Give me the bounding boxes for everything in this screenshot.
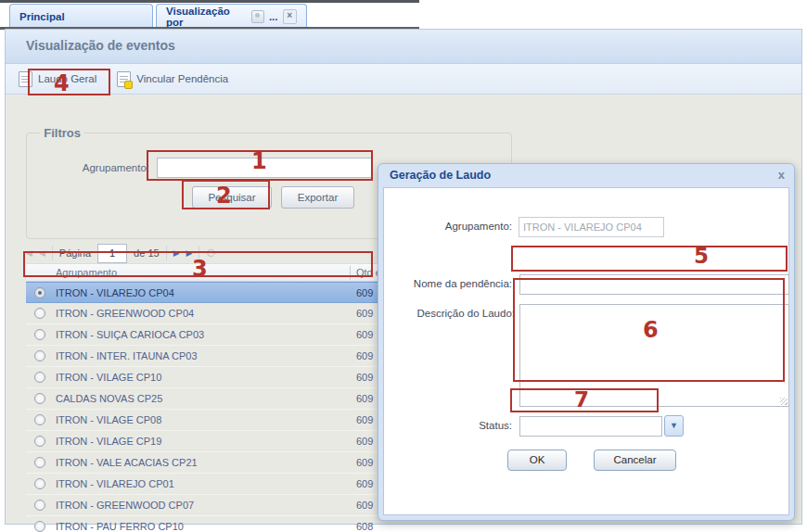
row-agrupamento-cell: ITRON - GREENWOOD CP07	[56, 500, 194, 511]
row-agrupamento-cell: ITRON - VILAGE CP08	[56, 414, 161, 425]
row-agrupamento-cell: ITRON - PAU FERRO CP10	[56, 521, 184, 532]
tab-label: Principal	[19, 11, 65, 22]
row-qtd-cell: 609	[356, 372, 373, 383]
row-qtd-cell: 609	[356, 436, 373, 447]
row-radio-button[interactable]	[34, 500, 45, 511]
divider	[199, 246, 199, 260]
nome-pendencia-label: Nome da pendência:	[389, 278, 512, 289]
row-radio-button[interactable]	[34, 414, 45, 425]
row-radio-button[interactable]	[34, 350, 45, 361]
agrupamento-filter-label: Agrupamento:	[57, 162, 149, 173]
chevron-down-icon[interactable]: ▼	[664, 415, 684, 437]
close-icon[interactable]: x	[778, 168, 785, 182]
link-pendency-icon	[117, 71, 131, 87]
row-qtd-cell: 609	[356, 393, 373, 404]
screenshot-root: Principal Visualização por ... × Visuali…	[0, 0, 807, 532]
laudo-geral-label: Laudo Geral	[38, 73, 96, 84]
laudo-geral-button[interactable]: Laudo Geral	[19, 71, 96, 87]
cancel-button[interactable]: Cancelar	[594, 450, 676, 471]
tab-visualizacao[interactable]: Visualização por ... ×	[156, 4, 307, 29]
row-qtd-cell: 609	[356, 457, 373, 468]
first-page-icon[interactable]: ◀	[26, 244, 32, 262]
row-radio-button[interactable]	[34, 436, 45, 447]
row-agrupamento-cell: ITRON - SUIÇA CARIOCA CP03	[56, 329, 204, 340]
refresh-icon[interactable]: ⟳	[206, 246, 217, 260]
row-agrupamento-cell: ITRON - VILAGE CP19	[56, 436, 161, 447]
tab-label: Visualização por	[166, 6, 247, 28]
row-qtd-cell: 609	[356, 478, 373, 489]
row-qtd-cell: 609	[356, 308, 373, 319]
row-radio-button[interactable]	[34, 372, 45, 383]
vincular-pendencia-label: Vincular Pendência	[136, 73, 228, 84]
row-agrupamento-cell: ITRON - GREENWOOD CP04	[56, 308, 194, 319]
page-label: Página	[59, 247, 91, 259]
dialog-title: Geração de Laudo	[390, 169, 491, 182]
exportar-button[interactable]: Exportar	[281, 186, 354, 209]
row-qtd-cell: 609	[356, 414, 373, 425]
row-radio-button[interactable]	[34, 329, 45, 340]
nome-pendencia-input[interactable]	[519, 274, 789, 295]
row-qtd-cell: 609	[356, 500, 373, 511]
descricao-laudo-textarea[interactable]	[519, 304, 789, 407]
agrupamento-label: Agrupamento:	[391, 221, 512, 232]
next-page-icon[interactable]: ▶	[173, 244, 180, 262]
status-combo-input[interactable]	[519, 416, 662, 437]
row-radio-button[interactable]	[34, 521, 45, 532]
pagination-bar: ◀ ◀ Página de 15 ▶ ▶ ⟳	[26, 243, 217, 263]
resize-grip-icon[interactable]	[780, 398, 788, 405]
row-qtd-cell: 609	[356, 287, 373, 298]
document-icon	[19, 71, 32, 87]
row-agrupamento-cell: ITRON - VALE ACACIAS CP21	[56, 457, 198, 468]
divider	[166, 246, 167, 260]
row-agrupamento-cell: ITRON - VILAREJO CP01	[56, 478, 174, 489]
ok-button[interactable]: OK	[507, 450, 567, 471]
page-title: Visualização de eventos	[26, 38, 175, 53]
row-qtd-cell: 609	[356, 350, 373, 361]
tab-item-icon	[251, 10, 264, 23]
row-qtd-cell: 608	[356, 521, 373, 532]
panel-header: Visualização de eventos	[6, 30, 801, 64]
dialog-header[interactable]: Geração de Laudo x	[378, 164, 794, 187]
agrupamento-readonly-field	[519, 217, 664, 237]
geracao-laudo-dialog: Geração de Laudo x Agrupamento: Nome da …	[378, 163, 795, 521]
dialog-body: Agrupamento: Nome da pendência: Descriçã…	[383, 187, 789, 515]
tab-principal[interactable]: Principal	[9, 4, 153, 29]
row-radio-button[interactable]	[34, 457, 45, 468]
tab-ellipsis: ...	[269, 11, 278, 22]
row-agrupamento-cell: ITRON - VILAGE CP10	[56, 372, 161, 383]
column-header-agrupamento[interactable]: Agrupamento	[56, 267, 117, 278]
vincular-pendencia-button[interactable]: Vincular Pendência	[117, 71, 228, 87]
prev-page-icon[interactable]: ◀	[39, 244, 45, 262]
row-radio-button[interactable]	[34, 287, 45, 298]
row-radio-button[interactable]	[34, 308, 45, 319]
tab-close-icon[interactable]: ×	[283, 9, 298, 24]
status-label: Status:	[419, 420, 512, 431]
page-number-input[interactable]	[97, 244, 127, 263]
agrupamento-filter-input[interactable]	[157, 158, 372, 178]
row-agrupamento-cell: CALDAS NOVAS CP25	[56, 393, 162, 404]
row-agrupamento-cell: ITRON - INTER. ITAUNA CP03	[56, 350, 198, 361]
filters-legend: Filtros	[40, 126, 84, 140]
row-radio-button[interactable]	[34, 393, 45, 404]
page-count-label: de 15	[134, 247, 160, 259]
pesquisar-button[interactable]: Pesquisar	[192, 186, 272, 209]
last-page-icon[interactable]: ▶	[186, 244, 193, 262]
window-top-edge	[0, 0, 419, 3]
row-agrupamento-cell: ITRON - VILAREJO CP04	[56, 287, 174, 298]
descricao-laudo-label: Descrição do Laudo:	[389, 308, 515, 319]
row-qtd-cell: 609	[356, 329, 373, 340]
divider	[52, 246, 53, 260]
column-divider	[350, 266, 351, 280]
toolbar: Laudo Geral Vincular Pendência	[6, 64, 801, 95]
row-radio-button[interactable]	[34, 478, 45, 489]
